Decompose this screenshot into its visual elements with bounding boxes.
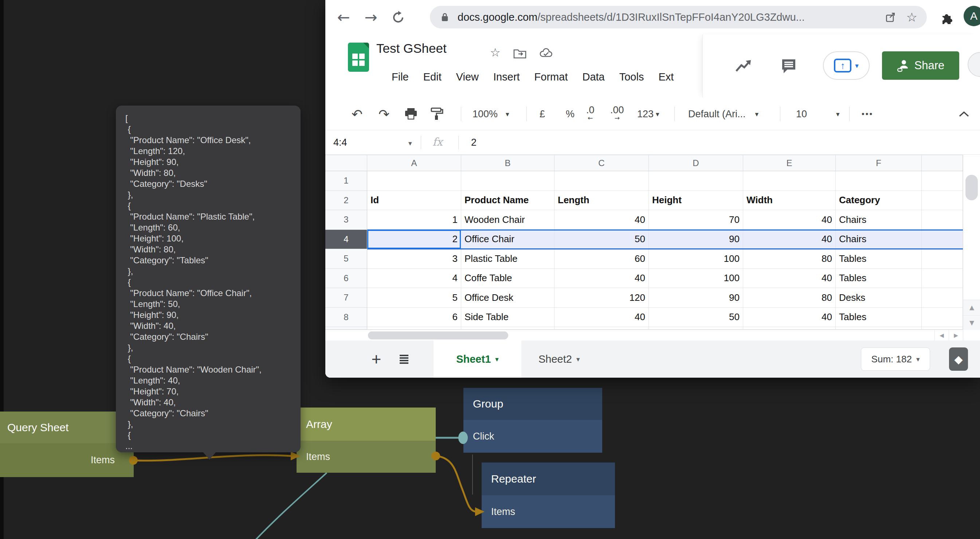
cell-D3[interactable]: 70 [649, 210, 743, 230]
column-header-B[interactable]: B [461, 155, 554, 171]
cell-E2[interactable]: Width [743, 191, 836, 210]
forward-button[interactable]: → [360, 0, 382, 35]
menu-item-edit[interactable]: Edit [423, 71, 442, 83]
share-button[interactable]: Share [882, 51, 959, 80]
cell-A4[interactable]: 2 [367, 230, 461, 250]
cell-G4[interactable] [922, 230, 963, 250]
star-document-icon[interactable]: ☆ [490, 46, 501, 59]
zoom-select[interactable]: 100% ▾ [473, 98, 509, 130]
menu-item-view[interactable]: View [456, 71, 479, 83]
cell-F8[interactable]: Tables [836, 308, 922, 328]
column-header-D[interactable]: D [649, 155, 743, 171]
cell-E1[interactable] [743, 171, 836, 191]
cell-C8[interactable]: 40 [554, 308, 649, 328]
node-array-port-items[interactable]: Items [297, 440, 436, 473]
cell-D1[interactable] [649, 171, 743, 191]
cell-E5[interactable]: 80 [743, 249, 836, 269]
redo-button[interactable]: ↷ [379, 98, 390, 130]
node-query-sheet-port-items[interactable]: Items [0, 443, 134, 477]
font-family-select[interactable]: Default (Ari... ▾ [688, 98, 759, 130]
cell-B5[interactable]: Plastic Table [461, 249, 554, 269]
cell-D5[interactable]: 100 [649, 249, 743, 269]
menu-item-insert[interactable]: Insert [493, 71, 520, 83]
node-group[interactable]: Group Click [463, 388, 602, 453]
cell-G2[interactable] [922, 191, 963, 210]
cell-F2[interactable]: Category [836, 191, 922, 210]
cell-G1[interactable] [922, 171, 963, 191]
wire-array-to-repeater[interactable] [436, 456, 476, 512]
name-box[interactable]: 4:4 [333, 130, 347, 155]
menu-item-file[interactable]: File [391, 71, 409, 83]
vertical-scrollbar-thumb[interactable] [966, 175, 978, 200]
back-button[interactable]: ← [332, 0, 355, 35]
undo-button[interactable]: ↶ [352, 98, 363, 130]
more-toolbar-button[interactable]: ••• [862, 98, 873, 130]
cell-A3[interactable]: 1 [367, 210, 461, 230]
horizontal-scrollbar[interactable]: ◀ ▶ [325, 329, 963, 340]
cell-A7[interactable]: 5 [367, 288, 461, 308]
row-header-7[interactable]: 7 [325, 288, 367, 308]
print-button[interactable] [404, 98, 418, 130]
menu-item-data[interactable]: Data [582, 71, 605, 83]
cloud-saved-icon[interactable] [539, 48, 554, 59]
node-repeater[interactable]: Repeater Items [482, 463, 615, 528]
font-size-select[interactable]: 10 ▾ [796, 98, 840, 130]
cell-E4[interactable]: 40 [743, 230, 836, 250]
wire-teal-bottom[interactable] [255, 473, 327, 539]
cell-B8[interactable]: Side Table [461, 308, 554, 328]
account-avatar-cut[interactable] [967, 52, 980, 77]
decrease-decimal-button[interactable]: .0← [586, 98, 595, 130]
scroll-right-button[interactable]: ▶ [949, 330, 963, 341]
menu-item-tools[interactable]: Tools [619, 71, 644, 83]
column-header-F[interactable]: F [836, 155, 922, 171]
cell-G5[interactable] [922, 249, 963, 269]
url-bar[interactable]: docs.google.com/spreadsheets/d/1D3IRuxIl… [430, 6, 927, 29]
present-dropdown-caret[interactable]: ▾ [855, 62, 859, 70]
add-sheet-button[interactable]: + [366, 340, 387, 378]
cell-C1[interactable] [554, 171, 649, 191]
column-header-blank[interactable] [922, 155, 963, 171]
currency-format-button[interactable]: £ [539, 98, 545, 130]
column-header-A[interactable]: A [367, 155, 461, 171]
scroll-down-button[interactable]: ▼ [963, 315, 980, 330]
cell-G8[interactable] [922, 308, 963, 328]
horizontal-scrollbar-thumb[interactable] [368, 331, 508, 339]
explore-button[interactable]: ◆ [949, 347, 968, 371]
cell-B3[interactable]: Wooden Chair [461, 210, 554, 230]
cell-F3[interactable]: Chairs [836, 210, 922, 230]
cell-G6[interactable] [922, 269, 963, 288]
cell-F5[interactable]: Tables [836, 249, 922, 269]
row-header-8[interactable]: 8 [325, 308, 367, 328]
cell-D2[interactable]: Height [649, 191, 743, 210]
cell-A8[interactable]: 6 [367, 308, 461, 328]
cell-D4[interactable]: 90 [649, 230, 743, 250]
cell-G7[interactable] [922, 288, 963, 308]
cell-A6[interactable]: 4 [367, 269, 461, 288]
cell-C4[interactable]: 50 [554, 230, 649, 250]
row-header-4[interactable]: 4 [325, 230, 367, 250]
cell-A2[interactable]: Id [367, 191, 461, 210]
row-header-2[interactable]: 2 [325, 191, 367, 210]
column-header-C[interactable]: C [554, 155, 649, 171]
node-repeater-port-items[interactable]: Items [482, 495, 615, 528]
cell-B2[interactable]: Product Name [461, 191, 554, 210]
cell-A5[interactable]: 3 [367, 249, 461, 269]
cell-F6[interactable]: Tables [836, 269, 922, 288]
cell-E7[interactable]: 80 [743, 288, 836, 308]
number-format-menu[interactable]: 123 ▾ [637, 98, 659, 130]
scroll-left-button[interactable]: ◀ [934, 330, 949, 341]
cell-B6[interactable]: Coffe Table [461, 269, 554, 288]
cell-A1[interactable] [367, 171, 461, 191]
cell-C7[interactable]: 120 [554, 288, 649, 308]
document-title[interactable]: Test GSheet [376, 41, 447, 56]
all-sheets-button[interactable] [394, 340, 414, 378]
tab-sheet1[interactable]: Sheet1 ▾ [434, 340, 521, 378]
row-header-3[interactable]: 3 [325, 210, 367, 230]
tab-sheet2-caret[interactable]: ▾ [576, 355, 580, 363]
increase-decimal-button[interactable]: .00→ [610, 98, 624, 130]
cell-D8[interactable]: 50 [649, 308, 743, 328]
formula-input[interactable]: 2 [471, 130, 477, 155]
menu-item-ext[interactable]: Ext [658, 71, 674, 83]
cell-C6[interactable]: 40 [554, 269, 649, 288]
reload-button[interactable] [387, 0, 409, 35]
